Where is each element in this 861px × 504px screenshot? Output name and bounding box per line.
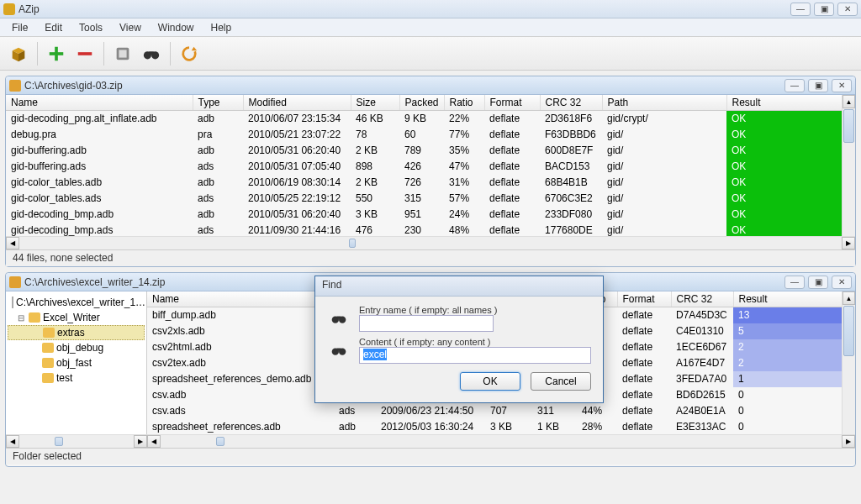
col-path[interactable]: Path	[602, 95, 726, 111]
col-modified[interactable]: Modified	[243, 95, 351, 111]
tree-label: obj_fast	[56, 357, 92, 369]
table-row[interactable]: debug.prapra2010/05/21 23:07:22786077%de…	[6, 127, 855, 143]
col-crc[interactable]: CRC 32	[540, 95, 602, 111]
child-maximize-button[interactable]: ▣	[808, 79, 828, 92]
tree-subfolder[interactable]: extras	[8, 325, 145, 340]
table-row[interactable]: gid-decoding_bmp.adsads2011/09/30 21:44:…	[6, 223, 855, 237]
child-close-button[interactable]: ✕	[832, 79, 852, 92]
content-input[interactable]: excel	[359, 347, 591, 364]
scroll-thumb[interactable]	[349, 239, 356, 248]
col-result[interactable]: Result	[726, 95, 854, 111]
archive2-vscroll[interactable]: ▲	[842, 291, 855, 434]
archive2-hscroll[interactable]: ◀ ▶	[147, 434, 855, 448]
archive1-vscroll[interactable]: ▲	[842, 95, 855, 236]
col-ratio[interactable]: Ratio	[444, 95, 484, 111]
folder-icon	[43, 328, 55, 338]
svg-rect-7	[119, 50, 126, 57]
col-size[interactable]: Size	[351, 95, 399, 111]
menu-edit[interactable]: Edit	[36, 20, 71, 35]
open-archive-button[interactable]	[5, 40, 32, 67]
tree-folder[interactable]: ⊟ Excel_Writer	[8, 310, 145, 325]
result-cell: OK	[726, 207, 854, 223]
result-cell: 0	[733, 419, 854, 435]
col-crc[interactable]: CRC 32	[671, 291, 733, 307]
col-name[interactable]: Name	[6, 95, 193, 111]
scroll-up-icon[interactable]: ▲	[843, 291, 855, 305]
result-cell: OK	[726, 143, 854, 159]
minus-icon	[76, 45, 94, 63]
table-row[interactable]: gid-decoding_bmp.adbadb2010/05/31 06:20:…	[6, 207, 855, 223]
child-minimize-button[interactable]: —	[784, 79, 805, 92]
scroll-left-icon[interactable]: ◀	[6, 435, 19, 448]
scroll-left-icon[interactable]: ◀	[147, 435, 161, 448]
result-cell: 1	[733, 371, 854, 387]
col-format[interactable]: Format	[484, 95, 540, 111]
content-value: excel	[363, 349, 387, 360]
extract-icon	[114, 45, 132, 63]
tree-root-label: C:\Archives\excel_writer_1…	[16, 297, 145, 308]
archive1-table[interactable]: Name Type Modified Size Packed Ratio For…	[6, 95, 855, 236]
remove-button[interactable]	[71, 40, 98, 67]
col-packed[interactable]: Packed	[399, 95, 444, 111]
table-row[interactable]: gid-buffering.adsads2010/05/31 07:05:408…	[6, 159, 855, 175]
archive1-hscroll[interactable]: ◀ ▶	[6, 236, 855, 249]
close-button[interactable]: ✕	[837, 3, 858, 16]
scroll-right-icon[interactable]: ▶	[134, 435, 147, 448]
find-dialog-title[interactable]: Find	[315, 276, 603, 297]
folder-icon	[42, 358, 54, 368]
extract-button[interactable]	[109, 40, 136, 67]
table-row[interactable]: gid-color_tables.adbadb2010/06/19 08:30:…	[6, 175, 855, 191]
find-dialog: Find Entry name ( if empty: all names ) …	[314, 276, 604, 403]
archive1-titlebar[interactable]: C:\Archives\gid-03.zip — ▣ ✕	[6, 76, 855, 95]
binoculars-icon	[329, 310, 349, 327]
scroll-right-icon[interactable]: ▶	[842, 237, 855, 249]
entry-name-input[interactable]	[359, 315, 494, 332]
col-name[interactable]: Name	[147, 291, 334, 307]
table-row[interactable]: gid-buffering.adbadb2010/05/31 06:20:402…	[6, 143, 855, 159]
svg-rect-10	[149, 51, 154, 55]
col-result[interactable]: Result	[733, 291, 854, 307]
maximize-button[interactable]: ▣	[814, 3, 834, 16]
collapse-icon[interactable]: ⊟	[16, 313, 26, 323]
tree-folder-label: Excel_Writer	[43, 312, 100, 323]
menu-tools[interactable]: Tools	[71, 20, 111, 35]
scroll-up-icon[interactable]: ▲	[843, 95, 855, 108]
menu-help[interactable]: Help	[203, 20, 240, 35]
col-type[interactable]: Type	[193, 95, 243, 111]
archive1-header-row[interactable]: Name Type Modified Size Packed Ratio For…	[6, 95, 855, 111]
menu-window[interactable]: Window	[150, 20, 203, 35]
find-button[interactable]	[138, 40, 165, 67]
scroll-right-icon[interactable]: ▶	[842, 435, 855, 448]
col-format[interactable]: Format	[617, 291, 671, 307]
archive1-status: 44 files, none selected	[6, 249, 855, 266]
archive-small-icon	[12, 297, 13, 308]
child-maximize-button[interactable]: ▣	[808, 276, 828, 289]
folder-tree[interactable]: C:\Archives\excel_writer_1… ⊟ Excel_Writ…	[6, 291, 147, 434]
table-row[interactable]: gid-decoding_png.alt_inflate.adbadb2010/…	[6, 111, 855, 127]
ok-button[interactable]: OK	[460, 372, 520, 391]
table-row[interactable]: csv.adsads2009/06/23 21:44:5070731144%de…	[147, 403, 855, 419]
minimize-button[interactable]: —	[790, 3, 811, 16]
refresh-icon	[180, 45, 198, 63]
tree-hscroll[interactable]: ◀ ▶	[6, 434, 147, 448]
menu-view[interactable]: View	[111, 20, 150, 35]
table-row[interactable]: gid-color_tables.adsads2010/05/25 22:19:…	[6, 191, 855, 207]
table-row[interactable]: spreadsheet_references.adbadb2012/05/03 …	[147, 419, 855, 435]
app-icon	[3, 3, 15, 15]
cancel-button[interactable]: Cancel	[531, 372, 591, 391]
scroll-thumb[interactable]	[55, 437, 63, 446]
svg-rect-14	[337, 317, 341, 319]
scroll-thumb[interactable]	[843, 306, 854, 356]
child-minimize-button[interactable]: —	[784, 276, 805, 289]
refresh-button[interactable]	[176, 40, 203, 67]
scroll-left-icon[interactable]: ◀	[6, 237, 19, 249]
add-button[interactable]	[43, 40, 70, 67]
scroll-thumb[interactable]	[216, 437, 224, 446]
tree-subfolder[interactable]: test	[8, 370, 145, 386]
tree-subfolder[interactable]: obj_debug	[8, 340, 145, 355]
tree-subfolder[interactable]: obj_fast	[8, 355, 145, 370]
tree-root[interactable]: C:\Archives\excel_writer_1…	[8, 295, 145, 310]
menu-file[interactable]: File	[3, 20, 36, 35]
scroll-thumb[interactable]	[843, 109, 854, 143]
child-close-button[interactable]: ✕	[832, 276, 852, 289]
